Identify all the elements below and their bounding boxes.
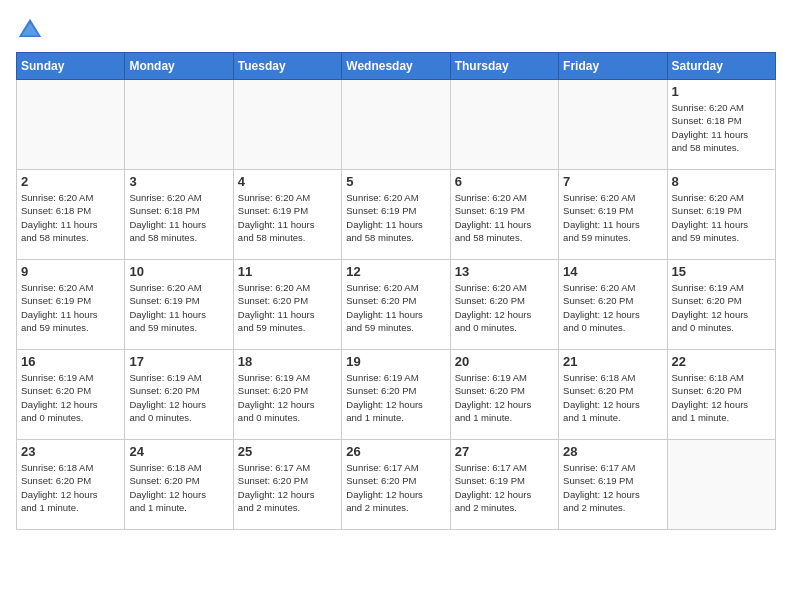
day-info: Sunrise: 6:19 AM Sunset: 6:20 PM Dayligh…	[238, 371, 337, 424]
day-info: Sunrise: 6:20 AM Sunset: 6:19 PM Dayligh…	[672, 191, 771, 244]
day-number: 26	[346, 444, 445, 459]
calendar-cell: 5Sunrise: 6:20 AM Sunset: 6:19 PM Daylig…	[342, 170, 450, 260]
day-info: Sunrise: 6:18 AM Sunset: 6:20 PM Dayligh…	[129, 461, 228, 514]
calendar-cell	[667, 440, 775, 530]
day-info: Sunrise: 6:20 AM Sunset: 6:19 PM Dayligh…	[563, 191, 662, 244]
calendar-cell: 16Sunrise: 6:19 AM Sunset: 6:20 PM Dayli…	[17, 350, 125, 440]
day-number: 11	[238, 264, 337, 279]
calendar-cell: 12Sunrise: 6:20 AM Sunset: 6:20 PM Dayli…	[342, 260, 450, 350]
day-info: Sunrise: 6:19 AM Sunset: 6:20 PM Dayligh…	[346, 371, 445, 424]
day-info: Sunrise: 6:20 AM Sunset: 6:18 PM Dayligh…	[21, 191, 120, 244]
day-info: Sunrise: 6:20 AM Sunset: 6:19 PM Dayligh…	[238, 191, 337, 244]
calendar-week-5: 23Sunrise: 6:18 AM Sunset: 6:20 PM Dayli…	[17, 440, 776, 530]
calendar-cell: 1Sunrise: 6:20 AM Sunset: 6:18 PM Daylig…	[667, 80, 775, 170]
day-number: 7	[563, 174, 662, 189]
calendar-cell: 23Sunrise: 6:18 AM Sunset: 6:20 PM Dayli…	[17, 440, 125, 530]
calendar-cell: 26Sunrise: 6:17 AM Sunset: 6:20 PM Dayli…	[342, 440, 450, 530]
calendar-week-1: 1Sunrise: 6:20 AM Sunset: 6:18 PM Daylig…	[17, 80, 776, 170]
weekday-header-saturday: Saturday	[667, 53, 775, 80]
day-info: Sunrise: 6:20 AM Sunset: 6:19 PM Dayligh…	[455, 191, 554, 244]
calendar-cell: 10Sunrise: 6:20 AM Sunset: 6:19 PM Dayli…	[125, 260, 233, 350]
weekday-header-sunday: Sunday	[17, 53, 125, 80]
day-info: Sunrise: 6:18 AM Sunset: 6:20 PM Dayligh…	[21, 461, 120, 514]
calendar-week-3: 9Sunrise: 6:20 AM Sunset: 6:19 PM Daylig…	[17, 260, 776, 350]
day-number: 27	[455, 444, 554, 459]
weekday-header-monday: Monday	[125, 53, 233, 80]
calendar-cell: 19Sunrise: 6:19 AM Sunset: 6:20 PM Dayli…	[342, 350, 450, 440]
calendar-cell: 2Sunrise: 6:20 AM Sunset: 6:18 PM Daylig…	[17, 170, 125, 260]
day-info: Sunrise: 6:17 AM Sunset: 6:20 PM Dayligh…	[346, 461, 445, 514]
calendar-cell: 11Sunrise: 6:20 AM Sunset: 6:20 PM Dayli…	[233, 260, 341, 350]
calendar-cell: 4Sunrise: 6:20 AM Sunset: 6:19 PM Daylig…	[233, 170, 341, 260]
day-number: 24	[129, 444, 228, 459]
day-number: 2	[21, 174, 120, 189]
calendar-cell	[17, 80, 125, 170]
calendar-cell: 6Sunrise: 6:20 AM Sunset: 6:19 PM Daylig…	[450, 170, 558, 260]
calendar-cell	[559, 80, 667, 170]
day-number: 12	[346, 264, 445, 279]
calendar-cell: 8Sunrise: 6:20 AM Sunset: 6:19 PM Daylig…	[667, 170, 775, 260]
day-number: 19	[346, 354, 445, 369]
day-number: 22	[672, 354, 771, 369]
day-info: Sunrise: 6:18 AM Sunset: 6:20 PM Dayligh…	[672, 371, 771, 424]
calendar-header-row: SundayMondayTuesdayWednesdayThursdayFrid…	[17, 53, 776, 80]
day-number: 18	[238, 354, 337, 369]
calendar-cell: 14Sunrise: 6:20 AM Sunset: 6:20 PM Dayli…	[559, 260, 667, 350]
calendar-cell: 9Sunrise: 6:20 AM Sunset: 6:19 PM Daylig…	[17, 260, 125, 350]
weekday-header-friday: Friday	[559, 53, 667, 80]
calendar-cell: 17Sunrise: 6:19 AM Sunset: 6:20 PM Dayli…	[125, 350, 233, 440]
day-number: 15	[672, 264, 771, 279]
day-info: Sunrise: 6:20 AM Sunset: 6:19 PM Dayligh…	[346, 191, 445, 244]
day-number: 13	[455, 264, 554, 279]
calendar-cell: 21Sunrise: 6:18 AM Sunset: 6:20 PM Dayli…	[559, 350, 667, 440]
day-info: Sunrise: 6:20 AM Sunset: 6:19 PM Dayligh…	[129, 281, 228, 334]
day-number: 20	[455, 354, 554, 369]
day-number: 23	[21, 444, 120, 459]
day-info: Sunrise: 6:20 AM Sunset: 6:18 PM Dayligh…	[129, 191, 228, 244]
page-header	[16, 16, 776, 44]
day-number: 8	[672, 174, 771, 189]
day-number: 1	[672, 84, 771, 99]
calendar-cell: 24Sunrise: 6:18 AM Sunset: 6:20 PM Dayli…	[125, 440, 233, 530]
day-number: 4	[238, 174, 337, 189]
calendar-week-4: 16Sunrise: 6:19 AM Sunset: 6:20 PM Dayli…	[17, 350, 776, 440]
calendar-cell: 22Sunrise: 6:18 AM Sunset: 6:20 PM Dayli…	[667, 350, 775, 440]
day-info: Sunrise: 6:19 AM Sunset: 6:20 PM Dayligh…	[129, 371, 228, 424]
day-info: Sunrise: 6:20 AM Sunset: 6:20 PM Dayligh…	[238, 281, 337, 334]
calendar-cell: 3Sunrise: 6:20 AM Sunset: 6:18 PM Daylig…	[125, 170, 233, 260]
day-info: Sunrise: 6:19 AM Sunset: 6:20 PM Dayligh…	[672, 281, 771, 334]
calendar-week-2: 2Sunrise: 6:20 AM Sunset: 6:18 PM Daylig…	[17, 170, 776, 260]
day-info: Sunrise: 6:20 AM Sunset: 6:18 PM Dayligh…	[672, 101, 771, 154]
day-info: Sunrise: 6:18 AM Sunset: 6:20 PM Dayligh…	[563, 371, 662, 424]
day-number: 21	[563, 354, 662, 369]
calendar-cell: 27Sunrise: 6:17 AM Sunset: 6:19 PM Dayli…	[450, 440, 558, 530]
calendar-cell: 28Sunrise: 6:17 AM Sunset: 6:19 PM Dayli…	[559, 440, 667, 530]
calendar-table: SundayMondayTuesdayWednesdayThursdayFrid…	[16, 52, 776, 530]
day-number: 6	[455, 174, 554, 189]
logo-icon	[16, 16, 44, 44]
day-number: 10	[129, 264, 228, 279]
day-number: 17	[129, 354, 228, 369]
day-info: Sunrise: 6:20 AM Sunset: 6:20 PM Dayligh…	[563, 281, 662, 334]
calendar-cell	[450, 80, 558, 170]
weekday-header-thursday: Thursday	[450, 53, 558, 80]
calendar-cell	[342, 80, 450, 170]
day-info: Sunrise: 6:19 AM Sunset: 6:20 PM Dayligh…	[455, 371, 554, 424]
day-info: Sunrise: 6:19 AM Sunset: 6:20 PM Dayligh…	[21, 371, 120, 424]
day-number: 16	[21, 354, 120, 369]
day-info: Sunrise: 6:20 AM Sunset: 6:20 PM Dayligh…	[346, 281, 445, 334]
day-number: 5	[346, 174, 445, 189]
day-info: Sunrise: 6:17 AM Sunset: 6:20 PM Dayligh…	[238, 461, 337, 514]
day-number: 14	[563, 264, 662, 279]
calendar-cell: 25Sunrise: 6:17 AM Sunset: 6:20 PM Dayli…	[233, 440, 341, 530]
day-info: Sunrise: 6:17 AM Sunset: 6:19 PM Dayligh…	[563, 461, 662, 514]
calendar-cell	[125, 80, 233, 170]
weekday-header-wednesday: Wednesday	[342, 53, 450, 80]
calendar-cell: 13Sunrise: 6:20 AM Sunset: 6:20 PM Dayli…	[450, 260, 558, 350]
calendar-cell: 18Sunrise: 6:19 AM Sunset: 6:20 PM Dayli…	[233, 350, 341, 440]
day-number: 9	[21, 264, 120, 279]
day-info: Sunrise: 6:17 AM Sunset: 6:19 PM Dayligh…	[455, 461, 554, 514]
calendar-cell	[233, 80, 341, 170]
day-number: 28	[563, 444, 662, 459]
day-info: Sunrise: 6:20 AM Sunset: 6:19 PM Dayligh…	[21, 281, 120, 334]
